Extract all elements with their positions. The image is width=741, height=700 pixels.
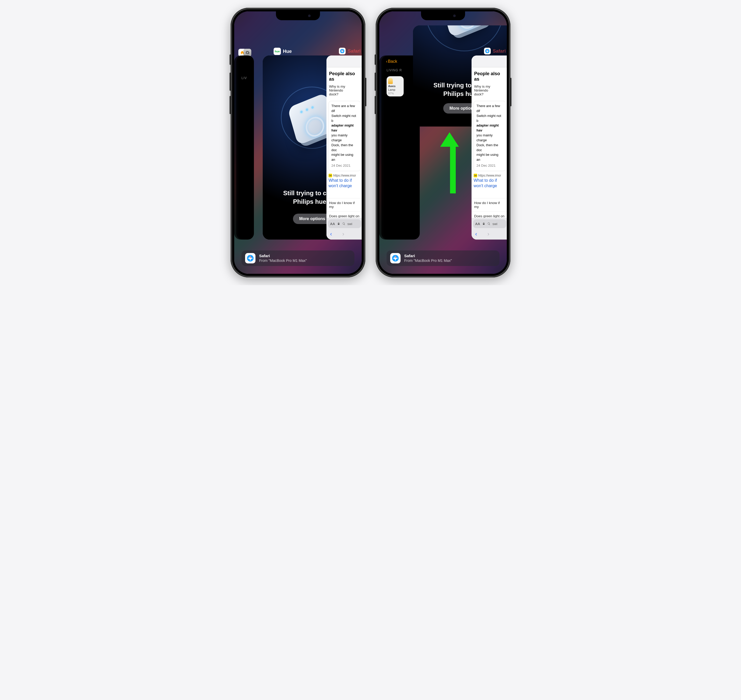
paa-question-1[interactable]: Why is my Nintendo dock? [326,85,362,99]
paa-question-1[interactable]: Why is my Nintendo dock? [471,85,507,99]
tile-sub: Lamp [388,88,395,91]
imore-favicon: iM [329,174,332,177]
search-icon [342,222,345,225]
swipe-up-arrow-annotation [447,132,459,193]
lock-icon [482,222,485,225]
accessory-tile[interactable]: Awes Lamp 97% [387,76,404,96]
safari-app-name: Safari [493,49,506,54]
imore-favicon: iM [474,174,477,177]
handoff-app-name: Safari [259,254,307,259]
home-app-card[interactable]: LIV [238,56,254,240]
answer-date: 24 Dec 2021 [477,163,503,168]
handoff-banner[interactable]: Safari From "MacBook Pro M1 Max" [242,250,354,266]
home-room-label: LIV [242,76,247,80]
safari-app-icon [484,48,491,54]
paa-answer-box: There are a few dif Switch might not b a… [474,101,506,171]
volume-down-button[interactable] [375,96,376,114]
app-switcher[interactable]: hue Hue Safari LIV [234,12,362,274]
text-size-button[interactable]: AA [475,222,480,226]
people-also-ask-heading: People also as [471,68,507,85]
safari-app-card[interactable]: People also as Why is my Nintendo dock? … [326,56,362,240]
home-back-button[interactable]: ‹ Back [386,59,397,64]
back-button[interactable]: ‹ [330,231,332,237]
address-bar[interactable]: AA swi [328,219,361,228]
volume-down-button[interactable] [230,96,231,114]
forward-button[interactable]: › [342,231,344,237]
safari-app-card[interactable]: People also as Why is my Nintendo dock? … [471,56,507,240]
safari-top-bar [471,56,507,68]
chevron-left-icon: ‹ [386,59,387,64]
people-also-ask-heading: People also as [326,68,362,85]
paa-answer-box: There are a few dif Switch might not b a… [329,101,361,171]
result-link[interactable]: What to do if won't charge [474,178,506,189]
safari-nav: ‹ › [326,231,362,237]
phone-right: Safari ‹ Back LIVING R Awes Lamp 97% [376,8,511,277]
handoff-source: From "MacBook Pro M1 Max" [259,259,307,263]
volume-up-button[interactable] [230,73,231,91]
mute-switch[interactable] [230,54,231,65]
paa-question-2[interactable]: How do I know if my [326,198,362,211]
search-icon [487,222,490,225]
source-url: https://www.imor [333,174,356,177]
safari-top-bar [326,56,362,68]
safari-nav: ‹ › [471,231,507,237]
safari-app-label: Safari [484,48,506,54]
lock-icon [337,222,340,225]
safari-toolbar: AA swi ‹ › [326,218,362,240]
mute-switch[interactable] [375,54,376,65]
paa-question-2[interactable]: How do I know if my [471,198,507,211]
notch [421,12,465,20]
tile-name: Awes [388,85,396,88]
safari-toolbar: AA swi ‹ › [471,218,507,240]
hue-app-icon: hue [274,48,281,55]
gear-icon [245,50,250,55]
safari-app-name: Safari [348,49,361,54]
handoff-text: Safari From "MacBook Pro M1 Max" [259,254,307,263]
text-size-button[interactable]: AA [330,222,335,226]
handoff-source: From "MacBook Pro M1 Max" [404,259,452,263]
side-button[interactable] [365,78,366,106]
phone-left: hue Hue Safari LIV [230,8,365,277]
hue-app-name: Hue [283,49,292,54]
tile-percent: 97% [388,92,394,95]
answer-date: 24 Dec 2021 [332,163,358,168]
forward-button[interactable]: › [487,231,489,237]
address-bar[interactable]: AA swi [473,219,506,228]
app-switcher[interactable]: Safari ‹ Back LIVING R Awes Lamp 97% [379,12,507,274]
volume-up-button[interactable] [375,73,376,91]
source-line: iM https://www.imor [329,174,361,177]
hue-app-label: hue Hue [274,48,292,55]
handoff-safari-icon [390,253,401,263]
back-button[interactable]: ‹ [475,231,477,237]
safari-app-label: Safari [339,48,361,54]
source-url: https://www.imor [478,174,501,177]
address-text: swi [493,222,497,226]
screen: hue Hue Safari LIV [234,12,362,274]
handoff-banner[interactable]: Safari From "MacBook Pro M1 Max" [387,250,499,266]
side-button[interactable] [510,78,511,106]
screen: Safari ‹ Back LIVING R Awes Lamp 97% [379,12,507,274]
lightbulb-icon [388,78,393,84]
handoff-app-name: Safari [404,254,452,259]
handoff-safari-icon [245,253,255,263]
more-options-button[interactable]: More options [293,214,332,224]
handoff-text: Safari From "MacBook Pro M1 Max" [404,254,452,263]
safari-app-icon [339,48,346,54]
result-link[interactable]: What to do if won't charge [329,178,361,189]
notch [276,12,320,20]
address-text: swi [348,222,352,226]
home-room-label: LIVING R [387,68,402,72]
source-line: iM https://www.imor [474,174,506,177]
